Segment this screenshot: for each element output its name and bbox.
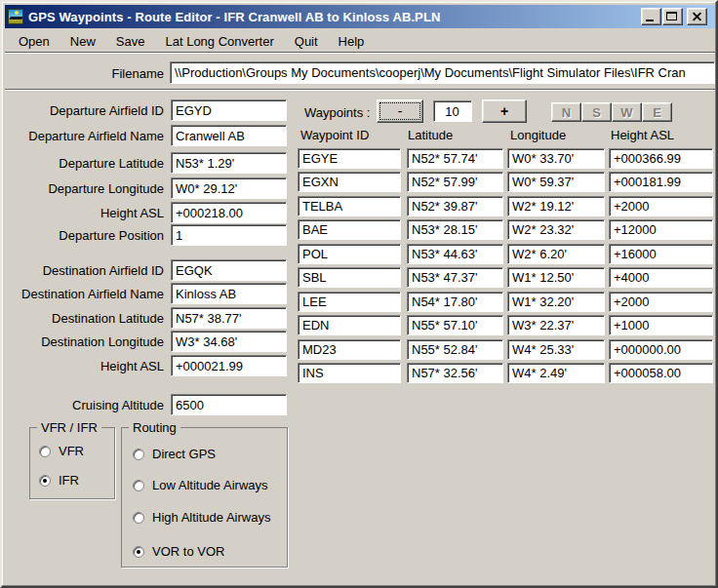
menu-open[interactable]: Open <box>15 32 54 51</box>
waypoint-row <box>298 219 713 240</box>
vor-to-vor-radio-button[interactable] <box>133 546 144 558</box>
compass-east-button[interactable]: E <box>642 102 672 122</box>
low-altitude-airways-radio-option[interactable]: Low Altitude Airways <box>133 478 268 492</box>
waypoint-latitude-input[interactable] <box>407 172 503 192</box>
departure-airfield-id-input[interactable] <box>171 99 287 121</box>
waypoint-height-input[interactable] <box>609 196 713 216</box>
waypoint-row <box>298 148 713 169</box>
vfr-ifr-group-title: VFR / IFR <box>37 420 101 435</box>
destination-height-asl-input[interactable] <box>171 355 287 376</box>
waypoint-height-input[interactable] <box>609 148 713 169</box>
waypoint-latitude-input[interactable] <box>407 363 503 383</box>
waypoint-height-input[interactable] <box>609 244 713 264</box>
vfr-ifr-groupbox: VFR / IFR VFR IFR <box>29 427 115 499</box>
direct-gps-radio-option[interactable]: Direct GPS <box>133 447 216 461</box>
waypoint-longitude-input[interactable] <box>507 244 605 264</box>
vor-to-vor-radio-option[interactable]: VOR to VOR <box>133 544 224 559</box>
sun-icon <box>15 11 19 15</box>
waypoint-id-input[interactable] <box>298 315 401 335</box>
waypoint-longitude-input[interactable] <box>507 315 605 335</box>
menu-quit[interactable]: Quit <box>291 32 322 51</box>
direct-gps-radio-button[interactable] <box>133 449 144 460</box>
waypoint-id-input[interactable] <box>298 244 401 264</box>
maximize-icon <box>666 12 677 20</box>
column-header-latitude: Latitude <box>408 128 453 142</box>
vor-to-vor-radio-label: VOR to VOR <box>152 544 224 559</box>
menu-save[interactable]: Save <box>112 32 149 51</box>
waypoint-height-input[interactable] <box>609 267 713 288</box>
waypoint-longitude-input[interactable] <box>507 339 605 360</box>
waypoint-count-input[interactable] <box>433 100 472 122</box>
departure-longitude-input[interactable] <box>171 177 287 199</box>
add-waypoint-button[interactable]: + <box>482 99 527 123</box>
compass-north-button[interactable]: N <box>551 102 581 122</box>
ifr-radio-label: IFR <box>59 473 79 488</box>
vfr-radio-button[interactable] <box>39 446 51 457</box>
ifr-radio-option[interactable]: IFR <box>39 473 79 488</box>
direct-gps-radio-label: Direct GPS <box>152 447 216 461</box>
waypoint-latitude-input[interactable] <box>407 244 503 264</box>
waypoint-latitude-input[interactable] <box>407 148 503 169</box>
destination-airfield-name-label: Destination Airfield Name <box>2 287 164 301</box>
waypoint-height-input[interactable] <box>609 363 713 383</box>
waypoint-height-input[interactable] <box>609 219 713 240</box>
ifr-radio-button[interactable] <box>39 475 51 487</box>
waypoint-longitude-input[interactable] <box>507 219 605 240</box>
low-altitude-airways-radio-button[interactable] <box>133 480 144 491</box>
departure-airfield-id-label: Departure Airfield ID <box>2 103 164 118</box>
waypoint-longitude-input[interactable] <box>507 196 605 216</box>
waypoint-latitude-input[interactable] <box>407 315 503 335</box>
waypoint-longitude-input[interactable] <box>507 292 605 312</box>
waypoint-id-input[interactable] <box>298 148 401 169</box>
waypoint-longitude-input[interactable] <box>507 148 605 169</box>
waypoint-id-input[interactable] <box>298 219 401 240</box>
departure-latitude-input[interactable] <box>171 152 287 174</box>
maximize-button[interactable] <box>662 8 683 25</box>
waypoint-row <box>298 292 713 312</box>
window-title: GPS Waypoints - Route Editor - IFR Cranw… <box>28 10 440 24</box>
waypoint-longitude-input[interactable] <box>507 172 605 192</box>
filename-label: Filename <box>2 66 164 81</box>
minimize-button[interactable] <box>641 8 661 25</box>
departure-airfield-name-input[interactable] <box>171 125 287 146</box>
waypoint-id-input[interactable] <box>298 196 401 216</box>
filename-input[interactable] <box>170 61 715 84</box>
waypoint-id-input[interactable] <box>298 363 401 383</box>
waypoint-longitude-input[interactable] <box>507 267 605 288</box>
waypoint-latitude-input[interactable] <box>407 196 503 216</box>
vfr-radio-option[interactable]: VFR <box>39 444 84 458</box>
compass-south-button[interactable]: S <box>581 102 612 122</box>
waypoint-id-input[interactable] <box>298 267 401 288</box>
departure-position-input[interactable] <box>171 224 287 246</box>
high-altitude-airways-radio-button[interactable] <box>133 512 144 524</box>
close-button[interactable] <box>687 8 707 25</box>
destination-latitude-input[interactable] <box>171 307 287 329</box>
waypoint-latitude-input[interactable] <box>407 219 503 240</box>
departure-airfield-name-label: Departure Airfield Name <box>2 129 164 143</box>
menu-help[interactable]: Help <box>335 32 369 51</box>
departure-height-asl-input[interactable] <box>171 202 287 223</box>
waypoint-id-input[interactable] <box>298 292 401 312</box>
waypoint-row <box>298 172 713 192</box>
waypoint-latitude-input[interactable] <box>407 339 503 360</box>
waypoint-height-input[interactable] <box>609 292 713 312</box>
high-altitude-airways-radio-option[interactable]: High Altitude Airways <box>133 510 270 525</box>
cruising-altitude-input[interactable] <box>171 394 287 415</box>
waypoint-height-input[interactable] <box>609 315 713 335</box>
destination-longitude-input[interactable] <box>171 331 287 352</box>
menu-new[interactable]: New <box>66 32 100 51</box>
compass-west-button[interactable]: W <box>612 102 642 122</box>
waypoint-id-input[interactable] <box>298 172 401 192</box>
destination-airfield-id-input[interactable] <box>171 259 287 281</box>
remove-waypoint-button[interactable]: - <box>377 99 423 123</box>
app-icon <box>8 9 23 24</box>
waypoint-longitude-input[interactable] <box>507 363 605 383</box>
waypoint-id-input[interactable] <box>298 339 401 360</box>
waypoint-latitude-input[interactable] <box>407 267 503 288</box>
menu-lat-long-converter[interactable]: Lat Long Converter <box>161 32 277 51</box>
waypoint-height-input[interactable] <box>609 172 713 192</box>
waypoint-latitude-input[interactable] <box>407 292 503 312</box>
waypoint-height-input[interactable] <box>609 339 713 360</box>
titlebar[interactable]: GPS Waypoints - Route Editor - IFR Cranw… <box>5 5 715 28</box>
destination-airfield-name-input[interactable] <box>171 283 287 304</box>
